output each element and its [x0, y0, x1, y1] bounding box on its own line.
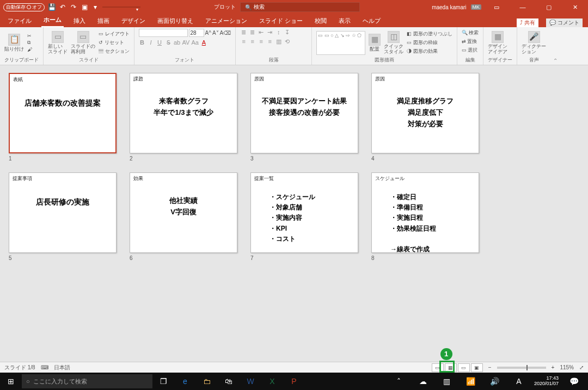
- align-center-button[interactable]: ≡: [249, 38, 256, 45]
- user-avatar[interactable]: MK: [471, 4, 482, 10]
- dictate-button[interactable]: 🎤ディクテー ション: [522, 31, 546, 55]
- paste-button[interactable]: 📋貼り付け: [4, 34, 24, 52]
- indent-dec-button[interactable]: ⇤: [258, 29, 265, 36]
- shape-outline-button[interactable]: ▭ 図形の枠線: [407, 39, 452, 47]
- shadow-button[interactable]: ab: [174, 39, 181, 46]
- slide-thumbnail[interactable]: 表紙店舗来客数の改善提案1: [9, 73, 117, 162]
- maximize-button[interactable]: ▢: [538, 0, 560, 14]
- autosave-toggle[interactable]: 自動保存 オフ: [3, 3, 45, 11]
- slide-thumbnail[interactable]: 原因満足度推移グラフ満足度低下対策が必要4: [371, 73, 479, 162]
- tab-draw[interactable]: 描画: [95, 15, 112, 27]
- numbering-button[interactable]: ≣: [249, 29, 256, 36]
- shapes-gallery[interactable]: ▭ ▭ ○ △ ↘ ⇨ ☆ ⬠: [316, 31, 365, 55]
- layout-button[interactable]: ▭ レイアウト: [99, 30, 130, 38]
- comments-button[interactable]: 💬 コメント: [546, 18, 583, 27]
- slide-thumbnail[interactable]: 効果他社実績V字回復6: [130, 172, 237, 261]
- tab-animations[interactable]: アニメーション: [203, 15, 249, 27]
- new-slide-button[interactable]: ▭新しい スライド: [48, 31, 68, 55]
- tray-chevron-icon[interactable]: ˄: [388, 373, 410, 390]
- bullets-button[interactable]: ≣: [240, 29, 247, 36]
- shape-effects-button[interactable]: ◑ 図形の効果: [407, 47, 452, 55]
- text-direction-button[interactable]: ↧: [284, 29, 291, 36]
- volume-icon[interactable]: 🔊: [484, 373, 506, 390]
- zoom-level[interactable]: 115%: [560, 364, 574, 370]
- cut-icon[interactable]: ✂: [27, 33, 32, 39]
- edge-icon[interactable]: e: [174, 373, 196, 390]
- task-view-button[interactable]: ❐: [152, 373, 174, 390]
- case-button[interactable]: Aa: [191, 39, 198, 46]
- increase-font-icon[interactable]: A^: [205, 30, 211, 36]
- columns-button[interactable]: ▥: [275, 38, 282, 45]
- explorer-icon[interactable]: 🗀: [196, 373, 218, 390]
- onedrive-icon[interactable]: ☁: [412, 373, 434, 390]
- qat-more-icon[interactable]: ▾: [91, 3, 99, 11]
- zoom-in-button[interactable]: +: [552, 364, 555, 370]
- section-button[interactable]: ▤ セクション: [99, 47, 130, 55]
- close-button[interactable]: ✕: [564, 0, 586, 14]
- bold-button[interactable]: B: [139, 39, 146, 46]
- save-icon[interactable]: 💾: [48, 3, 56, 11]
- arrange-button[interactable]: ▦配置: [369, 34, 381, 52]
- filename-dropdown[interactable]: [102, 7, 140, 8]
- tab-help[interactable]: ヘルプ: [360, 15, 383, 27]
- ime-icon[interactable]: A: [508, 373, 530, 390]
- underline-button[interactable]: U: [156, 39, 163, 46]
- indent-inc-button[interactable]: ⇥: [266, 29, 273, 36]
- font-color-button[interactable]: A: [200, 39, 207, 46]
- select-button[interactable]: ▭ 選択: [462, 46, 478, 54]
- network-icon[interactable]: 📶: [460, 373, 482, 390]
- reuse-slides-button[interactable]: ▭スライドの 再利用: [71, 31, 95, 55]
- start-slideshow-icon[interactable]: ▣: [81, 3, 88, 11]
- excel-icon[interactable]: X: [261, 373, 283, 390]
- align-right-button[interactable]: ≡: [258, 38, 265, 45]
- spacing-button[interactable]: AV: [182, 39, 190, 46]
- font-size-input[interactable]: [189, 29, 204, 37]
- collapse-ribbon-button[interactable]: ⌃: [550, 27, 560, 65]
- zoom-out-button[interactable]: −: [488, 364, 492, 370]
- tab-transitions[interactable]: 画面切り替え: [155, 15, 195, 27]
- powerpoint-icon[interactable]: P: [283, 373, 305, 390]
- format-painter-icon[interactable]: 🖌: [27, 47, 32, 52]
- reading-view-button[interactable]: ▭: [458, 363, 470, 372]
- redo-icon[interactable]: ↷: [70, 3, 77, 11]
- undo-icon[interactable]: ↶: [59, 3, 66, 11]
- tab-file[interactable]: ファイル: [5, 15, 34, 27]
- word-icon[interactable]: W: [240, 373, 261, 390]
- slide-thumbnail[interactable]: 提案一覧・スケジュール・対象店舗・実施内容・KPI・コスト7: [250, 172, 358, 261]
- tab-review[interactable]: 校閲: [313, 15, 329, 27]
- battery-icon[interactable]: ▥: [436, 373, 458, 390]
- line-spacing-button[interactable]: ↕: [275, 29, 282, 36]
- strike-button[interactable]: S̶: [165, 39, 172, 46]
- tab-slideshow[interactable]: スライド ショー: [257, 15, 305, 27]
- quick-styles-button[interactable]: ◫クイック スタイル: [384, 31, 403, 55]
- decrease-font-icon[interactable]: A˅: [212, 30, 219, 36]
- language-icon[interactable]: ⌨: [41, 364, 48, 370]
- tab-home[interactable]: ホーム: [41, 14, 64, 27]
- ribbon-display-icon[interactable]: ▭: [486, 0, 507, 14]
- find-button[interactable]: 🔍 検索: [462, 29, 479, 37]
- tab-view[interactable]: 表示: [336, 15, 353, 27]
- zoom-slider[interactable]: [497, 367, 546, 369]
- minimize-button[interactable]: —: [512, 0, 534, 14]
- copy-icon[interactable]: ⧉: [27, 40, 32, 46]
- justify-button[interactable]: ≡: [266, 38, 273, 45]
- font-family-input[interactable]: [139, 29, 188, 37]
- tab-design[interactable]: デザイン: [119, 15, 148, 27]
- design-ideas-button[interactable]: ▦デザイン アイデア: [488, 31, 507, 55]
- slide-thumbnail[interactable]: 原因不満足要因アンケート結果接客接遇の改善が必要3: [250, 73, 358, 162]
- start-button[interactable]: ⊞: [0, 373, 22, 390]
- taskbar-search[interactable]: ○ ここに入力して検索: [22, 374, 152, 388]
- action-center-icon[interactable]: 💬: [563, 373, 585, 390]
- replace-button[interactable]: ⇄ 置換: [462, 38, 477, 46]
- search-box[interactable]: 🔍 検索: [240, 2, 360, 12]
- align-left-button[interactable]: ≡: [240, 38, 247, 45]
- slide-thumbnail[interactable]: スケジュール・確定日・準備日程・実施日程・効果検証日程 →線表で作成8: [371, 172, 479, 261]
- fit-window-button[interactable]: ⤢: [579, 364, 584, 370]
- clear-format-icon[interactable]: A⌫: [220, 30, 231, 36]
- reset-button[interactable]: ↺ リセット: [99, 39, 130, 47]
- slideshow-view-button[interactable]: ▣: [471, 363, 483, 372]
- tab-insert[interactable]: 挿入: [71, 15, 88, 27]
- slide-thumbnail[interactable]: 提案事項店長研修の実施5: [9, 172, 117, 261]
- taskbar-clock[interactable]: 17:43 2020/01/07: [532, 376, 561, 387]
- shape-fill-button[interactable]: ◧ 図形の塗りつぶし: [407, 30, 452, 38]
